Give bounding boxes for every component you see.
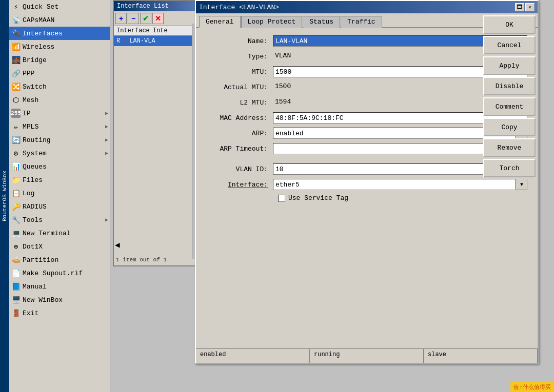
disable-button[interactable]: Disable [483,77,536,95]
interface-list-title: Interface List [117,3,169,10]
mtu-label: MTU: [206,68,273,76]
sidebar-item-label: Switch [23,83,47,91]
sidebar-item-files[interactable]: 📁 Files [9,173,110,187]
close-button[interactable]: ✕ [525,3,535,11]
sidebar-item-label: Partition [23,256,58,264]
tab-status[interactable]: Status [303,16,340,28]
interface-list-row[interactable]: R ◈ LAN-VLA [114,36,199,46]
cancel-button[interactable]: Cancel [483,36,536,54]
manual-icon: 📘 [11,282,21,291]
tab-loop-protect[interactable]: Loop Protect [241,16,303,28]
arp-input[interactable] [273,128,516,139]
scroll-left-arrow[interactable]: ◀ [115,240,120,250]
copy-button[interactable]: Copy [483,118,536,136]
sidebar-item-exit[interactable]: 🚪 Exit [9,306,110,320]
sidebar-item-manual[interactable]: 📘 Manual [9,280,110,293]
dialog-statusbar: enabled running slave [196,348,538,363]
dialog-titlebar: Interface <LAN-VLAN> 🗖 ✕ [196,1,538,13]
radius-icon: 🔑 [11,202,21,211]
sidebar-item-queues[interactable]: 📊 Queues [9,160,110,173]
sidebar-item-bridge[interactable]: 🌉 Bridge [9,53,110,67]
interface-row: Interface: ▼ [206,179,527,190]
sidebar-item-tools[interactable]: 🔧 Tools ▶ [9,213,110,226]
ip-icon: 255 [11,109,21,118]
ok-button[interactable]: OK [483,15,536,34]
sidebar-item-log[interactable]: 📋 Log [9,187,110,200]
system-arrow-icon: ▶ [105,150,108,156]
l2-mtu-label: L2 MTU: [206,99,273,107]
vlan-id-row: VLAN ID: [206,163,527,175]
sidebar-item-label: Log [23,190,34,197]
comment-button[interactable]: Comment [483,97,536,116]
vlan-id-label: VLAN ID: [206,166,273,173]
sidebar-item-ip[interactable]: 255 IP ▶ [9,107,110,120]
tools-icon: 🔧 [11,215,21,224]
arp-row: ARP: ▼ [206,128,527,139]
sidebar-item-make-supout[interactable]: 📄 Make Supout.rif [9,266,110,280]
mtu-row: MTU: [206,66,527,77]
sidebar-item-label: System [23,150,47,157]
routing-arrow-icon: ▶ [105,137,108,143]
sidebar-item-wireless[interactable]: 📶 Wireless [9,40,110,53]
sidebar-item-label: Exit [23,310,38,317]
sidebar-item-new-winbox[interactable]: 🖥️ New WinBox [9,293,110,306]
add-button[interactable]: + [115,13,127,24]
status-running: running [310,349,424,363]
vlan-icon: ◈ [122,37,128,45]
name-label: Name: [206,37,273,45]
capsman-icon: 📡 [11,15,21,25]
interface-list-window: Interface List + − ✔ ✕ Interface Inte R … [113,0,200,266]
interface-label: Interface: [206,181,273,189]
sidebar-item-partition[interactable]: 🥧 Partition [9,253,110,266]
sidebar-item-mesh[interactable]: ⬡ Mesh [9,93,110,107]
files-icon: 📁 [11,175,21,184]
ip-arrow-icon: ▶ [105,110,108,116]
type-label: Type: [206,53,273,60]
torch-button[interactable]: Torch [483,159,536,177]
arp-timeout-input[interactable] [273,143,516,154]
arp-label: ARP: [206,130,273,137]
tab-traffic[interactable]: Traffic [341,16,382,28]
sidebar-item-mpls[interactable]: ✏️ MPLS ▶ [9,120,110,133]
interface-list-toolbar: + − ✔ ✕ [114,11,199,26]
queues-icon: 📊 [11,162,21,171]
sidebar-header: RouterOS WinBox [0,0,9,392]
apply-button[interactable]: Apply [483,56,536,75]
remove-button[interactable]: − [128,13,139,24]
service-tag-label: Use Service Tag [288,194,348,202]
sidebar-item-label: Make Supout.rif [23,270,83,277]
sidebar-item-system[interactable]: ⚙️ System ▶ [9,147,110,160]
sidebar-item-ppp[interactable]: 🔗 PPP [9,67,110,80]
sidebar-item-routing[interactable]: 🔄 Routing ▶ [9,133,110,147]
interface-dropdown-button[interactable]: ▼ [516,179,527,190]
sidebar-item-radius[interactable]: 🔑 RADIUS [9,200,110,213]
tab-general[interactable]: General [199,16,241,28]
restore-button[interactable]: 🗖 [515,3,524,11]
sidebar-item-label: IP [23,110,31,117]
sidebar-items: ⚡ Quick Set 📡 CAPsMAAN 🔌 Interfaces 📶 Wi… [9,0,110,320]
sidebar-item-new-terminal[interactable]: 💻 New Terminal [9,226,110,240]
sidebar-item-label: Routing [23,136,51,144]
interface-list-titlebar: Interface List [114,1,199,11]
col-interface: Interface [115,27,151,35]
sidebar-item-dot1x[interactable]: ⊕ Dot1X [9,240,110,253]
sidebar-item-quick-set[interactable]: ⚡ Quick Set [9,0,110,13]
sidebar-item-label: MPLS [23,123,38,131]
remove-button[interactable]: Remove [483,138,536,157]
sidebar-item-capsman[interactable]: 📡 CAPsMAAN [9,13,110,27]
interfaces-icon: 🔌 [11,29,21,38]
mesh-icon: ⬡ [11,95,21,105]
exit-icon: 🚪 [11,308,21,318]
partition-icon: 🥧 [11,255,21,264]
disable-button[interactable]: ✕ [152,13,164,24]
sidebar-item-interfaces[interactable]: 🔌 Interfaces [9,27,110,40]
watermark: 值♀什么值得买 [510,382,554,392]
service-tag-row: Use Service Tag [206,194,527,202]
service-tag-checkbox[interactable] [278,195,285,202]
interface-input[interactable] [273,179,516,190]
switch-icon: 🔀 [11,82,21,91]
enable-button[interactable]: ✔ [140,13,151,24]
sidebar-item-switch[interactable]: 🔀 Switch [9,80,110,93]
sidebar-item-label: Dot1X [23,243,43,251]
ppp-icon: 🔗 [11,69,21,78]
